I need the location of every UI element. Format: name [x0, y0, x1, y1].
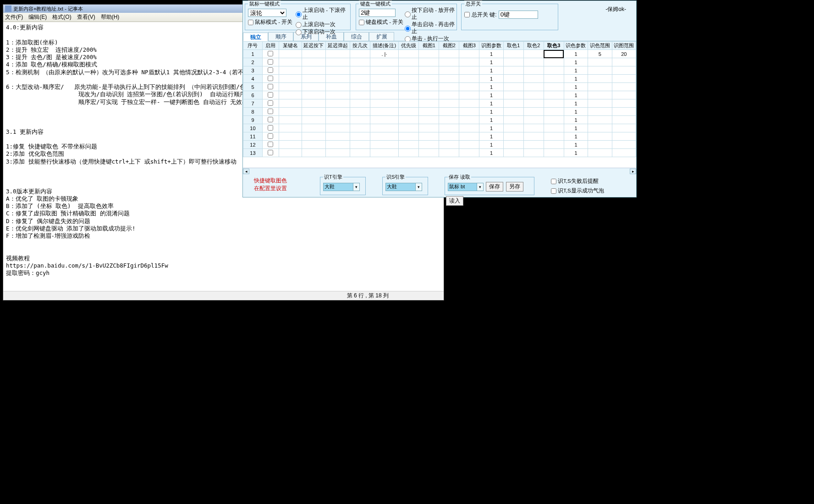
cell[interactable]: 1: [564, 108, 588, 116]
cell[interactable]: 1: [564, 75, 588, 83]
cell[interactable]: [399, 66, 419, 75]
cell[interactable]: [279, 66, 302, 75]
cell[interactable]: [544, 124, 564, 132]
table-row[interactable]: 1211: [243, 141, 636, 149]
cell[interactable]: [588, 83, 612, 91]
cell[interactable]: [612, 83, 636, 91]
cell[interactable]: [459, 116, 479, 124]
enable-checkbox[interactable]: [268, 109, 273, 114]
save-select[interactable]: 鼠标 bt: [448, 183, 477, 191]
cell[interactable]: [544, 149, 564, 157]
master-checkbox[interactable]: [464, 12, 470, 17]
tab-5[interactable]: 扩展: [369, 32, 394, 41]
cell[interactable]: [279, 141, 302, 149]
cell[interactable]: [523, 108, 544, 116]
cell[interactable]: [503, 58, 523, 66]
cell[interactable]: [302, 132, 325, 141]
col-8[interactable]: 截图1: [419, 42, 439, 50]
menu-view[interactable]: 查看(V): [77, 13, 95, 21]
enable-checkbox[interactable]: [268, 117, 273, 122]
cell[interactable]: [370, 149, 399, 157]
cell[interactable]: [544, 83, 564, 91]
cell[interactable]: [350, 58, 370, 66]
cell[interactable]: [419, 108, 439, 116]
cell[interactable]: [588, 116, 612, 124]
cell[interactable]: [419, 116, 439, 124]
cell[interactable]: [588, 58, 612, 66]
cell[interactable]: [326, 141, 350, 149]
cell[interactable]: 13: [243, 149, 263, 157]
cell[interactable]: [588, 149, 612, 157]
cell[interactable]: [302, 75, 325, 83]
cell[interactable]: 5: [243, 83, 263, 91]
cell[interactable]: [523, 50, 544, 58]
cell[interactable]: [279, 108, 302, 116]
cell[interactable]: [262, 83, 279, 91]
cell[interactable]: [399, 58, 419, 66]
mouse-r2[interactable]: 上滚启动一次: [296, 21, 350, 28]
cell[interactable]: 1: [564, 83, 588, 91]
cell[interactable]: [302, 58, 325, 66]
cell[interactable]: [523, 116, 544, 124]
cell[interactable]: [370, 91, 399, 99]
cell[interactable]: [419, 132, 439, 141]
cell[interactable]: [350, 116, 370, 124]
cell[interactable]: [302, 116, 325, 124]
cell[interactable]: [612, 91, 636, 99]
cell[interactable]: [588, 124, 612, 132]
cell[interactable]: [302, 108, 325, 116]
cell[interactable]: [588, 66, 612, 75]
table-row[interactable]: 211: [243, 58, 636, 66]
cell[interactable]: [370, 108, 399, 116]
cell[interactable]: 1: [479, 99, 503, 108]
cell[interactable]: [262, 50, 279, 58]
cell[interactable]: 1: [564, 116, 588, 124]
cell[interactable]: [350, 149, 370, 157]
cell[interactable]: [399, 99, 419, 108]
cell[interactable]: 8: [243, 108, 263, 116]
cell[interactable]: [523, 141, 544, 149]
table-row[interactable]: 611: [243, 91, 636, 99]
col-10[interactable]: 截图3: [459, 42, 479, 50]
cell[interactable]: [588, 75, 612, 83]
table-row[interactable]: 311: [243, 66, 636, 75]
cell[interactable]: [399, 91, 419, 99]
cell[interactable]: [419, 75, 439, 83]
keyboard-mode-checkbox[interactable]: [359, 20, 364, 25]
cell[interactable]: [612, 99, 636, 108]
cell[interactable]: [350, 141, 370, 149]
cell[interactable]: [523, 149, 544, 157]
cell[interactable]: [326, 99, 350, 108]
table-row[interactable]: 911: [243, 116, 636, 124]
cell[interactable]: 1: [479, 108, 503, 116]
cell[interactable]: 1: [564, 132, 588, 141]
enable-checkbox[interactable]: [268, 51, 273, 56]
cell[interactable]: [302, 141, 325, 149]
cell[interactable]: [350, 50, 370, 58]
cell[interactable]: [370, 66, 399, 75]
cell[interactable]: [544, 132, 564, 141]
cell[interactable]: [544, 99, 564, 108]
cell[interactable]: [350, 108, 370, 116]
cell[interactable]: [370, 141, 399, 149]
cell[interactable]: [419, 58, 439, 66]
cell[interactable]: [459, 50, 479, 58]
cell[interactable]: [262, 108, 279, 116]
cell[interactable]: [523, 66, 544, 75]
cell[interactable]: [523, 91, 544, 99]
cell[interactable]: [302, 99, 325, 108]
cell[interactable]: [503, 124, 523, 132]
cell[interactable]: [439, 108, 459, 116]
cell[interactable]: [503, 91, 523, 99]
cell[interactable]: [459, 141, 479, 149]
col-16[interactable]: 识色范围: [588, 42, 612, 50]
cell[interactable]: 1: [479, 83, 503, 91]
cell[interactable]: [302, 149, 325, 157]
cell[interactable]: [419, 66, 439, 75]
cell[interactable]: [326, 132, 350, 141]
cell[interactable]: [326, 58, 350, 66]
cell[interactable]: [439, 91, 459, 99]
cell[interactable]: [370, 83, 399, 91]
cell[interactable]: [326, 66, 350, 75]
cell[interactable]: [439, 149, 459, 157]
